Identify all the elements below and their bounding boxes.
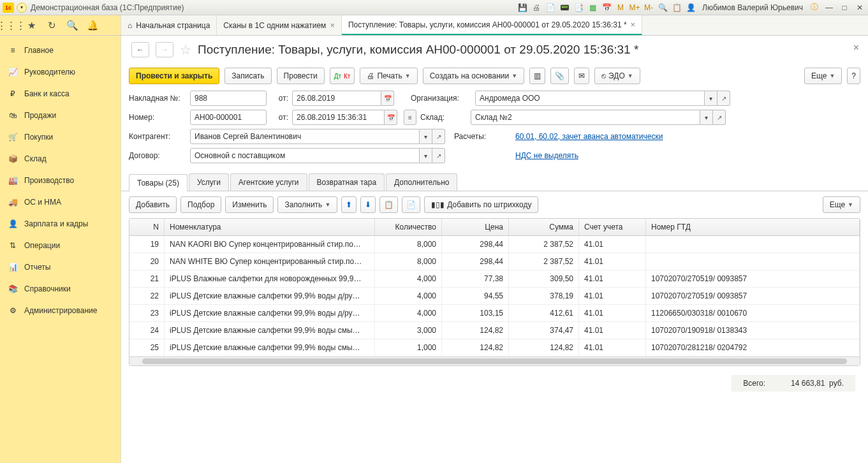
table-row[interactable]: 24iPLUS Детские влажные салфетки 99,9% в… bbox=[129, 322, 860, 339]
col-n[interactable]: N bbox=[129, 219, 165, 235]
dt-kt-button[interactable]: ДтКт bbox=[330, 68, 355, 84]
sidebar-item[interactable]: 🛍Продажи bbox=[0, 105, 121, 126]
close-icon[interactable]: × bbox=[330, 20, 335, 30]
paste-button[interactable]: 📄 bbox=[402, 196, 420, 213]
help-button[interactable]: ? bbox=[847, 68, 860, 84]
dropdown-button[interactable]: ▾ bbox=[420, 129, 432, 144]
apps-icon[interactable]: ⋮⋮⋮ bbox=[5, 20, 17, 31]
nav-back-button[interactable]: ← bbox=[131, 42, 149, 57]
table-row[interactable]: 21iPLUS Влажные салфетки для новорожденн… bbox=[129, 270, 860, 288]
horizontal-scrollbar[interactable] bbox=[129, 356, 860, 365]
history-icon[interactable]: ↻ bbox=[46, 20, 57, 31]
calendar-icon[interactable]: 📅 bbox=[601, 3, 612, 13]
sidebar-item[interactable]: 📦Склад bbox=[0, 148, 121, 170]
sidebar-item[interactable]: ⇅Операции bbox=[0, 235, 121, 256]
record-button[interactable]: Записать bbox=[224, 68, 271, 84]
dropdown-button[interactable]: ▾ bbox=[705, 91, 717, 106]
tab-scan[interactable]: Сканы в 1С одним нажатием × bbox=[217, 15, 342, 35]
tab-services[interactable]: Услуги bbox=[189, 173, 229, 191]
print-icon[interactable]: 🖨 bbox=[531, 3, 541, 13]
create-based-button[interactable]: Создать на основании▼ bbox=[423, 68, 524, 84]
sidebar-item[interactable]: 👤Зарплата и кадры bbox=[0, 213, 121, 235]
sidebar-item[interactable]: 📈Руководителю bbox=[0, 61, 121, 83]
barcode-button[interactable]: ▮▯▮Добавить по штрихкоду bbox=[424, 196, 538, 213]
close-document-button[interactable]: × bbox=[853, 42, 859, 54]
col-quantity[interactable]: Количество bbox=[375, 219, 442, 235]
number-input[interactable]: АН00-000001 bbox=[190, 110, 267, 125]
sidebar-item[interactable]: 📚Справочники bbox=[0, 278, 121, 300]
invoice-date-input[interactable]: 26.08.2019 bbox=[292, 91, 381, 106]
sheet-icon[interactable]: 📑 bbox=[573, 3, 584, 13]
table-row[interactable]: 19NAN KAORI ВЮ Супер концентрированный с… bbox=[129, 236, 860, 253]
report-button[interactable]: ▥ bbox=[529, 68, 545, 84]
nav-forward-button[interactable]: → bbox=[156, 42, 173, 57]
sidebar-item[interactable]: 🏭Производство bbox=[0, 170, 121, 191]
col-sum[interactable]: Сумма bbox=[509, 219, 579, 235]
search-icon[interactable]: 🔍 bbox=[66, 20, 78, 31]
close-icon[interactable]: × bbox=[631, 20, 636, 29]
invoice-no-input[interactable]: 988 bbox=[190, 91, 267, 106]
print-button[interactable]: 🖨Печать▼ bbox=[360, 68, 417, 84]
col-nomenclature[interactable]: Номенклатура bbox=[165, 219, 375, 235]
calc-link[interactable]: 60.01, 60.02, зачет аванса автоматически bbox=[515, 132, 663, 141]
tab-document[interactable]: Поступление: Товары, услуги, комиссия АН… bbox=[342, 15, 642, 35]
vat-link[interactable]: НДС не выделять bbox=[515, 151, 578, 160]
m-icon[interactable]: M bbox=[615, 3, 626, 13]
edo-button[interactable]: ⎋ЭДО▼ bbox=[594, 68, 640, 84]
m-plus-icon[interactable]: M+ bbox=[629, 3, 640, 13]
sidebar-item[interactable]: 📊Отчеты bbox=[0, 256, 121, 278]
table-row[interactable]: 22iPLUS Детские влажные салфетки 99,9% в… bbox=[129, 288, 860, 305]
table-row[interactable]: 20NAN WHITE ВЮ Супер концентрированный с… bbox=[129, 253, 860, 270]
open-button[interactable]: ↗ bbox=[717, 91, 730, 106]
calc-icon[interactable]: 📟 bbox=[559, 3, 570, 13]
dropdown-button[interactable]: ▾ bbox=[420, 148, 432, 163]
edit-button[interactable]: Изменить bbox=[225, 196, 274, 213]
star-icon[interactable]: ☆ bbox=[180, 42, 191, 57]
attach-button[interactable]: 📎 bbox=[550, 68, 569, 84]
save-icon[interactable]: 💾 bbox=[517, 3, 527, 13]
table-row[interactable]: 23iPLUS Детские влажные салфетки 99,9% в… bbox=[129, 305, 860, 322]
calendar-button[interactable]: 📅 bbox=[385, 110, 397, 125]
sidebar-item[interactable]: ⚙Администрирование bbox=[0, 300, 121, 321]
dropdown-button[interactable]: ▾ bbox=[700, 110, 713, 125]
info-icon[interactable]: ⓘ bbox=[809, 3, 820, 13]
bell-icon[interactable]: 🔔 bbox=[87, 20, 98, 31]
sidebar-item[interactable]: ≡Главное bbox=[0, 40, 121, 61]
sidebar-item[interactable]: ₽Банк и касса bbox=[0, 83, 121, 105]
list-button[interactable]: ≡ bbox=[404, 110, 416, 125]
post-button[interactable]: Провести bbox=[277, 68, 325, 84]
table-more-button[interactable]: Еще▼ bbox=[823, 196, 860, 213]
org-input[interactable]: Андромеда ООО bbox=[475, 91, 705, 106]
post-and-close-button[interactable]: Провести и закрыть bbox=[129, 68, 219, 84]
move-up-button[interactable]: ⬆ bbox=[341, 196, 357, 213]
favorite-icon[interactable]: ★ bbox=[26, 20, 37, 31]
number-date-input[interactable]: 26.08.2019 15:36:31 bbox=[292, 110, 385, 125]
add-button[interactable]: Добавить bbox=[129, 196, 177, 213]
m-minus-icon[interactable]: M- bbox=[644, 3, 654, 13]
doc-icon[interactable]: 📄 bbox=[545, 3, 555, 13]
clipboard-icon[interactable]: 📋 bbox=[672, 3, 682, 13]
tab-agent[interactable]: Агентские услуги bbox=[230, 173, 307, 191]
tab-goods[interactable]: Товары (25) bbox=[129, 174, 188, 191]
more-button[interactable]: Еще▼ bbox=[804, 68, 842, 84]
titlebar-dropdown[interactable]: ▾ bbox=[17, 3, 27, 13]
tab-extra[interactable]: Дополнительно bbox=[386, 173, 457, 191]
maximize-button[interactable]: □ bbox=[839, 3, 850, 13]
minimize-button[interactable]: — bbox=[823, 3, 835, 13]
open-button[interactable]: ↗ bbox=[713, 110, 726, 125]
calendar-button[interactable]: 📅 bbox=[381, 91, 394, 106]
copy-button[interactable]: 📋 bbox=[379, 196, 398, 213]
envelope-button[interactable]: ✉ bbox=[574, 68, 589, 84]
table-row[interactable]: 25iPLUS Детские влажные салфетки 99,9% в… bbox=[129, 339, 860, 356]
sidebar-item[interactable]: 🛒Покупки bbox=[0, 126, 121, 148]
move-down-button[interactable]: ⬇ bbox=[360, 196, 376, 213]
tab-home[interactable]: ⌂ Начальная страница bbox=[121, 15, 217, 35]
fill-button[interactable]: Заполнить▼ bbox=[277, 196, 337, 213]
tab-return[interactable]: Возвратная тара bbox=[309, 173, 385, 191]
col-gtd[interactable]: Номер ГТД bbox=[646, 219, 860, 235]
col-account[interactable]: Счет учета bbox=[579, 219, 646, 235]
open-button[interactable]: ↗ bbox=[432, 129, 445, 144]
calendar-green-icon[interactable]: ▦ bbox=[587, 3, 598, 13]
close-window-button[interactable]: ✕ bbox=[854, 3, 865, 13]
pick-button[interactable]: Подбор bbox=[180, 196, 221, 213]
